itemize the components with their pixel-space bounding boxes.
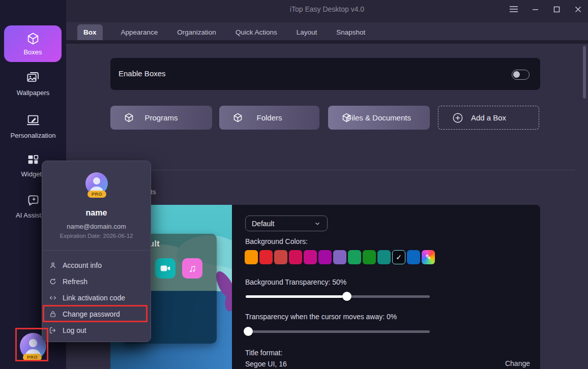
menu-item-label: Refresh — [63, 278, 87, 286]
lock-icon — [49, 310, 57, 318]
background-colors-label: Background Colors: — [245, 237, 308, 245]
color-swatch[interactable] — [348, 250, 361, 264]
cube-icon — [341, 112, 352, 123]
menu-item-refresh[interactable]: Refresh — [42, 273, 151, 290]
enable-boxes-toggle[interactable] — [512, 70, 530, 80]
color-swatch[interactable] — [304, 250, 317, 264]
pro-badge: PRO — [87, 191, 106, 198]
toggle-knob — [513, 71, 520, 78]
music-icon: ♫ — [182, 258, 202, 279]
close-button[interactable] — [572, 3, 584, 15]
plus-circle-icon — [452, 112, 464, 124]
sidebar-item-boxes[interactable]: Boxes — [4, 25, 62, 62]
menu-item-label: Link activation code — [63, 294, 125, 302]
sidebar-item-label: Wallpapers — [17, 89, 50, 97]
tab-box[interactable]: Box — [77, 24, 103, 40]
maximize-button[interactable] — [550, 3, 563, 15]
add-a-box-button[interactable]: Add a Box — [438, 106, 539, 130]
account-email: name@domain.com — [42, 223, 151, 230]
menu-item-account-info[interactable]: Account info — [42, 257, 151, 273]
pro-badge: PRO — [23, 354, 42, 361]
sidebar-item-personalization[interactable]: Personalization — [0, 113, 66, 139]
cursor-transparency-slider[interactable] — [246, 327, 430, 336]
enable-boxes-panel: Enable Boxes — [110, 58, 540, 90]
pen-icon: ✎ — [425, 253, 431, 261]
code-brackets-icon — [49, 294, 57, 302]
menu-item-link-activation-code[interactable]: Link activation code — [42, 290, 151, 306]
menu-item-label: Log out — [63, 326, 86, 334]
refresh-icon — [49, 278, 57, 286]
slider-thumb[interactable] — [244, 327, 253, 336]
color-swatch-selected[interactable]: ✓ — [392, 250, 405, 264]
menu-item-label: Account info — [63, 261, 102, 269]
enable-boxes-label: Enable Boxes — [119, 69, 166, 78]
tabbar-underline — [66, 40, 588, 44]
title-format-value: Segoe UI, 16 — [245, 360, 287, 368]
box-button-label: Programs — [144, 113, 178, 122]
color-swatch-row: ✓ ✎ — [245, 250, 435, 264]
account-menu: Account info Refresh Link activation cod… — [42, 257, 151, 339]
color-swatch[interactable] — [289, 250, 302, 264]
menu-hamburger-icon[interactable] — [508, 3, 520, 15]
section-divider — [110, 170, 575, 170]
sidebar-item-label: Boxes — [23, 48, 42, 56]
chevron-down-icon — [314, 220, 321, 227]
box-button-folders[interactable]: Folders — [219, 106, 319, 130]
color-swatch[interactable] — [259, 250, 273, 264]
popup-divider — [42, 250, 151, 251]
cube-icon — [232, 112, 243, 123]
color-swatch[interactable] — [377, 250, 391, 264]
menu-item-log-out[interactable]: Log out — [42, 322, 151, 339]
box-appearance-settings-panel: Default Background Colors: ✓ ✎ Backgroun… — [232, 205, 540, 369]
cursor-transparency-label: Transparency when the cursor moves away:… — [245, 313, 397, 321]
slider-thumb[interactable] — [342, 292, 351, 301]
background-transparency-slider[interactable] — [246, 292, 430, 301]
menu-item-change-password[interactable]: Change password — [42, 306, 151, 322]
custom-color-picker-swatch[interactable]: ✎ — [422, 250, 435, 264]
tab-appearance[interactable]: Appearance — [120, 24, 159, 40]
box-button-label: Files & Documents — [347, 113, 411, 122]
add-box-label: Add a Box — [471, 113, 506, 122]
color-swatch[interactable] — [363, 250, 376, 264]
logout-icon — [49, 326, 57, 334]
tab-bar: Box Appearance Organization Quick Action… — [77, 24, 366, 40]
cube-icon — [26, 32, 40, 46]
section-label-fragment: ts — [151, 188, 156, 196]
skin-dropdown[interactable]: Default — [245, 216, 328, 231]
titlebar: iTop Easy Desktop v4.0 — [66, 0, 588, 22]
cube-icon — [124, 112, 134, 123]
tab-layout[interactable]: Layout — [296, 24, 318, 40]
slider-fill — [246, 295, 347, 298]
slider-track — [246, 330, 430, 333]
color-swatch[interactable] — [407, 250, 420, 264]
check-icon: ✓ — [396, 253, 402, 261]
box-button-label: Folders — [256, 113, 282, 122]
minimize-button[interactable] — [529, 3, 541, 15]
widgets-icon — [26, 152, 40, 167]
background-transparency-label: Background Transparency: 50% — [245, 278, 346, 286]
title-format-label: Title format: — [245, 349, 282, 357]
sidebar-item-label: Personalization — [11, 132, 56, 139]
person-icon — [49, 261, 57, 269]
tab-organization[interactable]: Organization — [176, 24, 217, 40]
video-camera-icon — [155, 258, 175, 279]
tab-snapshot[interactable]: Snapshot — [335, 24, 366, 40]
box-button-programs[interactable]: Programs — [110, 106, 212, 130]
vertical-scrollbar-thumb[interactable] — [583, 46, 586, 99]
account-name: name — [42, 208, 151, 218]
skin-dropdown-value: Default — [252, 220, 274, 228]
account-expiration: Expiration Date: 2026-06-12 — [42, 233, 151, 239]
personalization-icon — [25, 113, 41, 128]
wallpapers-icon — [25, 70, 41, 85]
color-swatch[interactable] — [333, 250, 346, 264]
menu-item-label: Change password — [63, 310, 120, 318]
box-button-files-documents[interactable]: Files & Documents — [328, 106, 430, 130]
tab-quick-actions[interactable]: Quick Actions — [234, 24, 278, 40]
sidebar-item-wallpapers[interactable]: Wallpapers — [0, 70, 66, 97]
account-popup: PRO name name@domain.com Expiration Date… — [42, 161, 151, 342]
change-font-link[interactable]: Change — [505, 359, 530, 367]
color-swatch[interactable] — [274, 250, 287, 264]
color-swatch[interactable] — [245, 250, 258, 264]
ai-assistant-icon — [26, 193, 41, 208]
color-swatch[interactable] — [318, 250, 332, 264]
